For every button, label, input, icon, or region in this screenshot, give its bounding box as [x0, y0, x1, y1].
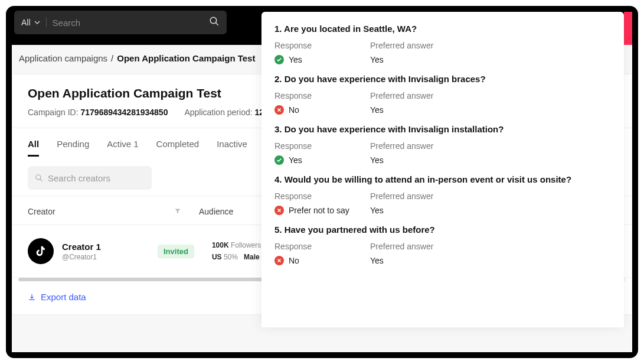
preferred-value: Yes [370, 155, 384, 165]
chevron-down-icon [34, 20, 40, 25]
creator-search[interactable] [28, 166, 152, 190]
x-icon [274, 256, 284, 265]
search-filter-dropdown[interactable]: All [21, 18, 47, 27]
creator-handle: @Creator1 [62, 253, 101, 261]
avatar [28, 238, 54, 264]
preferred-value: Yes [370, 256, 384, 265]
response-value: No [289, 256, 299, 265]
export-label: Export data [41, 292, 86, 302]
preferred-label: Preferred answer [370, 41, 433, 50]
preferred-value: Yes [370, 105, 384, 115]
tab-active[interactable]: Active 1 [107, 139, 138, 157]
question-block: 1. Are you located in Seattle, WA?Respon… [274, 24, 611, 64]
preferred-label: Preferred answer [370, 141, 433, 151]
response-label: Response [274, 242, 370, 251]
response-value: Yes [289, 155, 302, 165]
question-block: 4. Would you be willing to attend an in-… [274, 174, 611, 215]
check-icon [274, 155, 284, 165]
svg-line-1 [215, 22, 218, 25]
response-value: Yes [289, 55, 302, 64]
tab-pending[interactable]: Pending [57, 139, 89, 157]
search-input[interactable] [53, 18, 203, 28]
filter-icon[interactable] [174, 207, 181, 216]
brand-accent [624, 12, 632, 45]
question-block: 2. Do you have experience with Invisalig… [274, 74, 611, 115]
svg-point-0 [210, 17, 217, 24]
response-label: Response [274, 141, 370, 151]
download-icon [28, 293, 36, 301]
creator-name: Creator 1 [62, 242, 101, 252]
tiktok-icon [34, 245, 47, 258]
question-text: 2. Do you have experience with Invisalig… [274, 74, 611, 84]
search-icon[interactable] [209, 16, 220, 29]
response-label: Response [274, 41, 370, 50]
svg-point-2 [36, 175, 41, 180]
preferred-value: Yes [370, 206, 384, 215]
response-label: Response [274, 191, 370, 201]
x-icon [274, 105, 284, 115]
export-data-link[interactable]: Export data [28, 292, 86, 302]
questions-panel: 1. Are you located in Seattle, WA?Respon… [261, 12, 624, 327]
status-badge: Invited [158, 245, 194, 258]
tab-completed[interactable]: Completed [156, 139, 200, 157]
response-label: Response [274, 91, 370, 100]
breadcrumb-sep: / [111, 53, 113, 63]
search-filter-label: All [21, 18, 31, 27]
creator-search-input[interactable] [48, 173, 130, 183]
campaign-id: Campaign ID: 7179689434281934850 [28, 108, 168, 117]
search-icon [35, 174, 43, 182]
question-block: 5. Have you partnered with us before?Res… [274, 225, 611, 265]
question-text: 1. Are you located in Seattle, WA? [274, 24, 611, 34]
x-icon [274, 206, 284, 215]
question-block: 3. Do you have experience with Invisalig… [274, 124, 611, 165]
tab-all[interactable]: All [28, 139, 39, 157]
breadcrumb-current: Open Application Campaign Test [117, 53, 255, 63]
tab-inactive[interactable]: Inactive [217, 139, 247, 157]
preferred-label: Preferred answer [370, 191, 433, 201]
col-creator-label: Creator [28, 207, 55, 216]
breadcrumb-parent[interactable]: Application campaigns [19, 53, 107, 63]
response-value: Prefer not to say [289, 206, 349, 215]
preferred-label: Preferred answer [370, 91, 433, 100]
response-value: No [289, 105, 299, 115]
global-search[interactable]: All [14, 11, 227, 34]
svg-line-3 [40, 179, 43, 181]
preferred-label: Preferred answer [370, 242, 433, 251]
question-text: 4. Would you be willing to attend an in-… [274, 174, 611, 184]
check-icon [274, 55, 284, 64]
question-text: 3. Do you have experience with Invisalig… [274, 124, 611, 134]
preferred-value: Yes [370, 55, 384, 64]
question-text: 5. Have you partnered with us before? [274, 225, 611, 235]
